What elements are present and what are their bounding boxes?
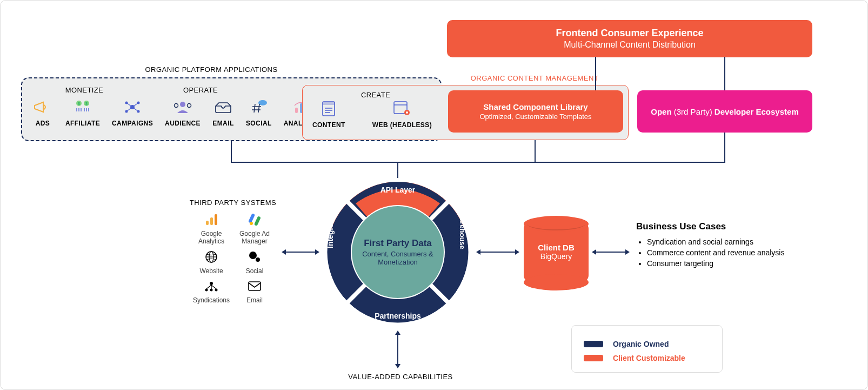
tp-syndications: Syndications: [190, 278, 233, 304]
connector: [535, 140, 536, 163]
arrow-icon: [515, 249, 519, 255]
tp-email: Email: [233, 278, 276, 304]
connector: [480, 252, 515, 253]
connector: [231, 162, 398, 163]
app-web-headless: WEB (HEADLESS): [372, 101, 432, 129]
use-cases-list: Syndication and social earnings Commerce…: [636, 237, 820, 268]
connector: [595, 57, 596, 90]
svg-text:$: $: [85, 102, 88, 105]
app-social: SOCIAL: [246, 99, 272, 127]
shared-component-title: Shared Component Library: [448, 102, 623, 111]
connector: [596, 252, 625, 253]
tp-social: Social: [233, 249, 276, 275]
frontend-title: Frontend Consumer Experience: [452, 28, 807, 39]
shared-component-subtitle: Optimized, Customizable Templates: [448, 113, 623, 121]
frontend-subtitle: Multi-Channel Content Distribution: [452, 40, 807, 50]
svg-point-42: [210, 282, 213, 285]
label-monetize: MONETIZE: [44, 86, 125, 94]
hashtag-icon: [248, 99, 270, 115]
svg-rect-46: [249, 282, 261, 290]
inbox-icon: [212, 99, 234, 115]
svg-point-11: [188, 104, 191, 108]
app-email: EMAIL: [212, 99, 234, 127]
megaphone-icon: [32, 99, 54, 115]
tp-google-ad-manager: Google Ad Manager: [233, 211, 276, 246]
connector: [397, 334, 398, 364]
arrow-icon: [395, 330, 400, 335]
legend-client-customizable: Client Customizable: [584, 354, 710, 362]
hub-center: First Party Data Content, Consumers & Mo…: [352, 206, 444, 298]
svg-point-43: [205, 289, 208, 292]
svg-point-40: [249, 252, 257, 259]
browser-gear-icon: [391, 101, 413, 117]
document-icon: [318, 101, 339, 117]
swatch-orange: [584, 355, 603, 361]
legend: Organic Owned Client Customizable: [571, 325, 723, 373]
arrow-icon: [282, 249, 286, 255]
create-apps-row: CONTENT WEB (HEADLESS): [312, 101, 432, 129]
connector: [286, 252, 315, 253]
svg-rect-35: [254, 216, 261, 226]
data-hub: First Party Data Content, Consumers & Mo…: [319, 174, 476, 330]
app-content: CONTENT: [312, 101, 345, 129]
connector: [724, 57, 725, 90]
shared-component-box: Shared Component Library Optimized, Cust…: [448, 90, 623, 133]
business-use-cases: Business Use Cases Syndication and socia…: [636, 221, 820, 270]
nodes-icon: [203, 278, 219, 294]
frontend-experience-box: Frontend Consumer Experience Multi-Chann…: [447, 20, 812, 57]
arrow-icon: [592, 249, 596, 255]
chat-bubbles-icon: [246, 249, 263, 265]
svg-point-24: [406, 111, 408, 114]
label-organic-platform: ORGANIC PLATFORM APPLICATIONS: [130, 65, 292, 74]
swatch-navy: [584, 341, 603, 347]
svg-rect-33: [215, 214, 217, 225]
label-create: CREATE: [313, 91, 438, 99]
globe-icon: [203, 249, 219, 265]
arrow-icon: [476, 249, 480, 255]
hub-center-subtitle: Content, Consumers & Monetization: [357, 250, 438, 266]
svg-text:$: $: [78, 102, 80, 105]
third-party-grid: Google Analytics Google Ad Manager Websi…: [190, 211, 276, 305]
app-affiliate: $$ AFFILIATE: [65, 99, 100, 127]
label-value-added: VALUE-ADDED CAPABILITIES: [330, 373, 471, 381]
arrow-icon: [395, 364, 400, 368]
svg-point-10: [175, 104, 178, 108]
google-ad-manager-icon: [246, 211, 263, 228]
connector: [231, 141, 232, 163]
use-cases-heading: Business Use Cases: [636, 221, 820, 232]
legend-organic-owned: Organic Owned: [584, 340, 710, 348]
svg-rect-31: [206, 221, 209, 225]
svg-point-45: [215, 289, 218, 292]
svg-point-44: [210, 289, 213, 292]
tp-website: Website: [190, 249, 233, 275]
connector: [724, 133, 725, 163]
envelope-icon: [246, 278, 263, 294]
tp-google-analytics: Google Analytics: [190, 211, 233, 246]
money-drop-icon: $$: [72, 99, 94, 115]
people-icon: [172, 99, 193, 115]
google-analytics-icon: [203, 211, 219, 228]
label-operate: OPERATE: [141, 86, 260, 94]
arrow-icon: [625, 249, 630, 255]
arrow-icon: [315, 249, 319, 255]
svg-point-9: [180, 102, 185, 107]
svg-point-36: [250, 222, 253, 225]
app-audience: AUDIENCE: [165, 99, 201, 127]
developer-ecosystem-box: Open (3rd Party) Developer Ecosystem: [637, 90, 812, 133]
svg-point-41: [256, 257, 260, 262]
connector: [397, 162, 725, 163]
app-campaigns: CAMPAIGNS: [112, 99, 153, 127]
hub-center-title: First Party Data: [364, 238, 432, 249]
svg-rect-13: [295, 108, 298, 113]
svg-rect-32: [210, 217, 213, 225]
svg-rect-17: [323, 102, 335, 105]
app-ads: ADS: [32, 99, 54, 127]
network-icon: [122, 99, 143, 115]
architecture-diagram: Frontend Consumer Experience Multi-Chann…: [0, 0, 868, 390]
label-third-party: THIRD PARTY SYSTEMS: [179, 199, 287, 207]
apps-row: ADS $$ AFFILIATE CAMPAIGNS AUDIENCE: [32, 99, 322, 127]
